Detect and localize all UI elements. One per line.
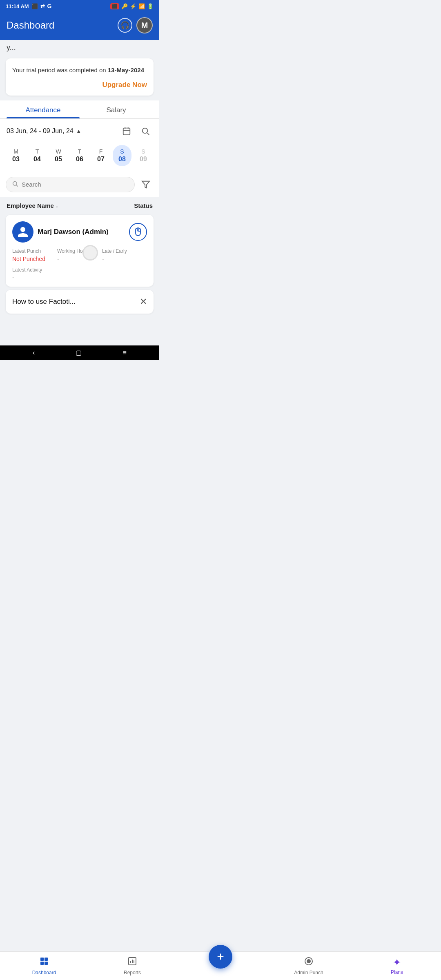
stat-working-hours: Working Hours -: [57, 248, 102, 262]
sort-icon: ↓: [56, 202, 58, 209]
search-input-wrapper: [6, 177, 135, 192]
latest-punch-value: Not Punched: [12, 256, 57, 262]
stat-late-early: Late / Early -: [102, 248, 147, 262]
date-section: 03 Jun, 24 - 09 Jun, 24 ▲: [0, 119, 159, 174]
wifi-icon: ⇄: [40, 3, 45, 9]
app-header: Dashboard 🎧 M: [0, 12, 159, 40]
employee-avatar: [12, 221, 33, 243]
date-range-row: 03 Jun, 24 - 09 Jun, 24 ▲: [7, 124, 153, 138]
svg-marker-8: [142, 181, 149, 188]
list-header: Employee Name ↓ Status: [0, 197, 159, 212]
search-section: [0, 174, 159, 197]
date-range-text: 03 Jun, 24 - 09 Jun, 24: [7, 127, 74, 135]
day-sat[interactable]: S 08: [113, 145, 131, 166]
day-fri[interactable]: F 07: [91, 145, 110, 166]
late-early-label: Late / Early: [102, 248, 147, 254]
trial-date: 13-May-2024: [108, 67, 144, 74]
svg-rect-0: [123, 128, 130, 135]
sort-employee-button[interactable]: Employee Name ↓: [7, 202, 58, 209]
stat-latest-punch: Latest Punch Not Punched: [12, 248, 57, 262]
close-banner-button[interactable]: ✕: [140, 296, 147, 307]
avatar[interactable]: M: [136, 17, 153, 33]
employee-info-left: Marj Dawson (Admin): [12, 221, 109, 243]
svg-point-4: [143, 128, 148, 133]
employee-activity: Latest Activity -: [12, 267, 147, 280]
search-icon-button[interactable]: [138, 124, 153, 138]
svg-point-6: [13, 181, 17, 185]
day-mon[interactable]: M 03: [7, 145, 25, 166]
employee-name: Marj Dawson (Admin): [38, 228, 109, 236]
page-title: Dashboard: [7, 20, 54, 31]
punch-action-button[interactable]: [129, 223, 147, 241]
svg-line-7: [16, 185, 18, 187]
trial-message: Your trial period was completed on: [12, 67, 108, 74]
search-icon: [12, 180, 18, 189]
avatar-letter: M: [141, 21, 148, 30]
employee-stats: Latest Punch Not Punched Working Hours -…: [12, 248, 147, 262]
trial-banner: Your trial period was completed on 13-Ma…: [6, 58, 154, 96]
recents-button[interactable]: ≡: [123, 349, 127, 356]
status-bar: 11:14 AM ⬛ ⇄ G ⬛ 🔑 ⚡ 📶 🔋: [0, 0, 159, 12]
device-nav-bar: ‹ ▢ ≡: [0, 345, 159, 360]
header-icons: 🎧 M: [118, 17, 153, 33]
search-input[interactable]: [22, 181, 129, 188]
record-icon: ⬛: [110, 3, 119, 9]
latest-punch-label: Latest Punch: [12, 248, 57, 254]
latest-activity-label: Latest Activity: [12, 267, 147, 273]
time-display: 11:14 AM: [6, 3, 29, 9]
filter-button[interactable]: [138, 177, 154, 192]
day-thu[interactable]: T 06: [70, 145, 89, 166]
tab-salary[interactable]: Salary: [80, 100, 153, 118]
status-bar-left: 11:14 AM ⬛ ⇄ G: [6, 3, 52, 9]
late-early-value: -: [102, 256, 147, 262]
how-to-text: How to use Factoti...: [12, 298, 76, 306]
upgrade-now-button[interactable]: Upgrade Now: [102, 81, 147, 89]
svg-line-5: [147, 133, 149, 135]
screen-record-icon: ⬛: [31, 3, 38, 9]
back-button[interactable]: ‹: [33, 349, 35, 356]
headset-icon: 🎧: [120, 21, 129, 30]
latest-activity-value: -: [12, 274, 147, 280]
tab-attendance[interactable]: Attendance: [7, 100, 80, 118]
chevron-up-icon: ▲: [76, 128, 82, 134]
g-icon: G: [47, 3, 52, 9]
employee-card: Marj Dawson (Admin) Latest Punch Not Pun…: [6, 215, 154, 287]
bluetooth-icon: ⚡: [130, 3, 136, 9]
partial-top-text: y...: [0, 40, 159, 53]
day-selector: M 03 T 04 W 05 T 06 F 07 S 08: [7, 143, 153, 169]
status-bar-right: ⬛ 🔑 ⚡ 📶 🔋: [110, 3, 154, 9]
trial-text: Your trial period was completed on 13-Ma…: [12, 66, 147, 75]
upgrade-btn-wrapper: Upgrade Now: [12, 81, 147, 89]
calendar-icon-button[interactable]: [119, 124, 134, 138]
home-button[interactable]: ▢: [76, 349, 82, 356]
key-icon: 🔑: [121, 3, 128, 9]
day-wed[interactable]: W 05: [49, 145, 68, 166]
battery-icon: 🔋: [147, 3, 154, 9]
wifi-signal-icon: 📶: [138, 3, 145, 9]
main-content: y... Your trial period was completed on …: [0, 40, 159, 317]
employee-name-label: Employee Name: [7, 202, 54, 209]
date-action-icons: [119, 124, 153, 138]
tabs-container: Attendance Salary: [0, 100, 159, 119]
status-column-label: Status: [134, 202, 153, 209]
day-tue[interactable]: T 04: [28, 145, 47, 166]
day-sun[interactable]: S 09: [134, 145, 153, 166]
how-to-banner: How to use Factoti... ✕: [6, 290, 154, 314]
employee-card-top: Marj Dawson (Admin): [12, 221, 147, 243]
date-range-selector[interactable]: 03 Jun, 24 - 09 Jun, 24 ▲: [7, 127, 82, 135]
headset-button[interactable]: 🎧: [118, 18, 132, 33]
progress-circle-indicator: [82, 245, 98, 261]
